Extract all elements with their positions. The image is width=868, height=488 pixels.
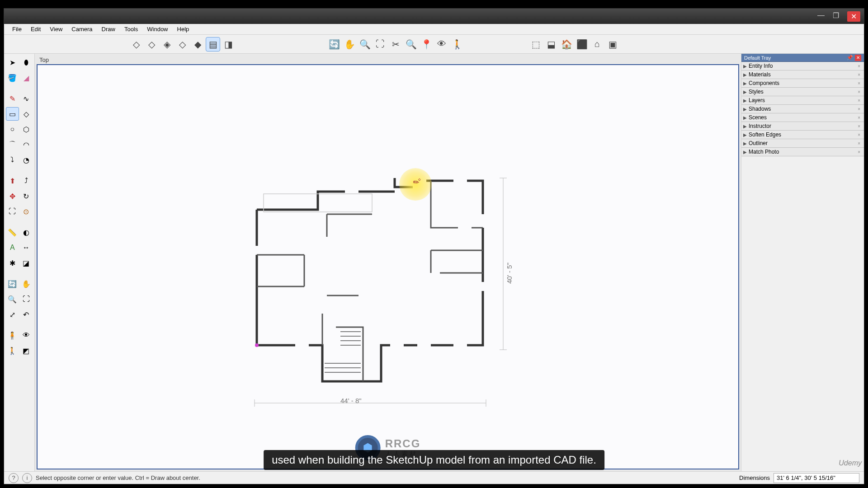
scale-tool-icon[interactable]: ⛶ (6, 205, 19, 218)
menu-camera[interactable]: Camera (67, 25, 97, 33)
zoom-extents-icon[interactable]: ✂ (388, 37, 403, 52)
previous-icon[interactable]: 🔍 (404, 37, 418, 52)
rotate-tool-icon[interactable]: ↻ (20, 189, 33, 203)
panel-collapse-icon[interactable]: × (856, 124, 862, 129)
shaded-tex-icon[interactable]: ⌂ (590, 37, 604, 52)
zoom-window-tool-icon[interactable]: ⛶ (20, 292, 33, 306)
panel-collapse-icon[interactable]: × (856, 72, 862, 77)
view-right-icon[interactable]: ◇ (175, 37, 189, 52)
panel-collapse-icon[interactable]: × (856, 64, 862, 69)
panel-scenes[interactable]: ▶Scenes× (741, 113, 864, 122)
tray-pin-icon[interactable]: 📌 (847, 55, 853, 61)
text-tool-icon[interactable]: A (6, 241, 19, 254)
zoom-window-icon[interactable]: ⛶ (373, 37, 387, 52)
panel-match-photo[interactable]: ▶Match Photo× (741, 148, 864, 156)
pushpull-tool-icon[interactable]: ⬆ (6, 174, 19, 188)
move-tool-icon[interactable]: ✥ (6, 189, 19, 203)
close-button[interactable]: ✕ (847, 11, 860, 22)
section-plane-tool-icon[interactable]: ◩ (20, 344, 33, 357)
offset-tool-icon[interactable]: ⊙ (20, 205, 33, 218)
maximize-button[interactable]: ❐ (833, 11, 839, 22)
menu-edit[interactable]: Edit (26, 25, 45, 33)
walk-tool-icon[interactable]: 🚶 (6, 344, 19, 357)
line-tool-icon[interactable]: ✎ (6, 92, 19, 105)
dimension-horizontal: 44' - 8" (340, 397, 362, 404)
minimize-button[interactable]: — (817, 11, 825, 22)
panel-collapse-icon[interactable]: × (856, 107, 862, 112)
chevron-right-icon: ▶ (743, 124, 747, 129)
panel-collapse-icon[interactable]: × (856, 150, 862, 155)
panel-collapse-icon[interactable]: × (856, 141, 862, 146)
section-tool-icon[interactable]: ◪ (20, 256, 33, 270)
pie-tool-icon[interactable]: ◔ (20, 153, 33, 167)
3pt-arc-tool-icon[interactable]: ⤵ (6, 153, 19, 167)
panel-collapse-icon[interactable]: × (856, 89, 862, 94)
menu-file[interactable]: File (8, 25, 26, 33)
panel-collapse-icon[interactable]: × (856, 81, 862, 86)
arc-tool-icon[interactable]: ⌒ (6, 138, 19, 151)
zoom-extents-tool-icon[interactable]: ⤢ (6, 308, 19, 321)
pan-tool-icon[interactable]: ✋ (20, 277, 33, 291)
previous-view-tool-icon[interactable]: ↶ (20, 308, 33, 321)
position-camera-tool-icon[interactable]: 🧍 (6, 328, 19, 342)
hidden-line-icon[interactable]: 🏠 (559, 37, 574, 52)
measurements-input[interactable] (774, 473, 859, 483)
panel-soften-edges[interactable]: ▶Soften Edges× (741, 131, 864, 139)
view-front-icon[interactable]: ◈ (160, 37, 174, 52)
circle-tool-icon[interactable]: ○ (6, 122, 19, 136)
panel-collapse-icon[interactable]: × (856, 98, 862, 103)
wireframe-icon[interactable]: ⬓ (544, 37, 558, 52)
walk-icon[interactable]: 🚶 (450, 37, 464, 52)
polygon-tool-icon[interactable]: ⬡ (20, 122, 33, 136)
dimension-tool-icon[interactable]: ↔ (20, 241, 33, 254)
menu-tools[interactable]: Tools (120, 25, 142, 33)
position-camera-icon[interactable]: 📍 (419, 37, 434, 52)
view-back-icon[interactable]: ◆ (190, 37, 205, 52)
pan-icon[interactable]: ✋ (342, 37, 357, 52)
select-tool-icon[interactable]: ➤ (6, 56, 19, 69)
xray-icon[interactable]: ⬚ (528, 37, 543, 52)
panel-materials[interactable]: ▶Materials× (741, 70, 864, 79)
look-around-tool-icon[interactable]: 👁 (20, 328, 33, 342)
menu-window[interactable]: Window (142, 25, 172, 33)
tape-tool-icon[interactable]: 📏 (6, 225, 19, 239)
axes-tool-icon[interactable]: ✱ (6, 256, 19, 270)
panel-shadows[interactable]: ▶Shadows× (741, 105, 864, 113)
panel-collapse-icon[interactable]: × (856, 115, 862, 120)
eraser2-tool-icon[interactable]: ◢ (20, 71, 33, 84)
view-top-icon[interactable]: ◇ (144, 37, 159, 52)
tray-header[interactable]: Default Tray 📌 ✕ (741, 54, 864, 62)
panel-styles[interactable]: ▶Styles× (741, 88, 864, 96)
freehand-tool-icon[interactable]: ∿ (20, 92, 33, 105)
rotated-rect-tool-icon[interactable]: ◇ (20, 107, 33, 121)
view-iso-icon[interactable]: ◇ (129, 37, 143, 52)
panel-collapse-icon[interactable]: × (856, 132, 862, 137)
eraser-tool-icon[interactable]: ⬮ (20, 56, 33, 69)
panel-instructor[interactable]: ▶Instructor× (741, 122, 864, 131)
panel-entity-info[interactable]: ▶Entity Info× (741, 62, 864, 70)
orbit-tool-icon[interactable]: 🔄 (6, 277, 19, 291)
viewport[interactable]: ✎▫ 44' - 8" 40' - 5" ⬢ RRCG 人人素材 (37, 64, 739, 469)
view-pers-icon[interactable]: ◨ (221, 37, 236, 52)
menu-help[interactable]: Help (173, 25, 194, 33)
mono-icon[interactable]: ▣ (605, 37, 620, 52)
orbit-icon[interactable]: 🔄 (327, 37, 341, 52)
zoom-icon[interactable]: 🔍 (358, 37, 372, 52)
zoom-tool-icon[interactable]: 🔍 (6, 292, 19, 306)
protractor-tool-icon[interactable]: ◐ (20, 225, 33, 239)
panel-outliner[interactable]: ▶Outliner× (741, 139, 864, 148)
paint-bucket-tool-icon[interactable]: 🪣 (6, 71, 19, 84)
menu-draw[interactable]: Draw (97, 25, 120, 33)
info-icon[interactable]: i (22, 473, 32, 483)
tray-close-icon[interactable]: ✕ (855, 55, 861, 61)
followme-tool-icon[interactable]: ⤴ (20, 174, 33, 188)
panel-layers[interactable]: ▶Layers× (741, 96, 864, 105)
menu-view[interactable]: View (45, 25, 67, 33)
look-around-icon[interactable]: 👁 (434, 37, 449, 52)
help-icon[interactable]: ? (9, 473, 19, 483)
view-side-icon[interactable]: ▤ (206, 37, 220, 52)
panel-components[interactable]: ▶Components× (741, 79, 864, 88)
rectangle-tool-icon[interactable]: ▭ (6, 107, 19, 121)
2pt-arc-tool-icon[interactable]: ◠ (20, 138, 33, 151)
shaded-icon[interactable]: ⬛ (575, 37, 589, 52)
